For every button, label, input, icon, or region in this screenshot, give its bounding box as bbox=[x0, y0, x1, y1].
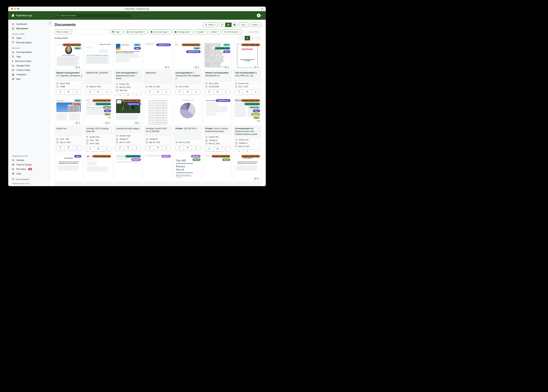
pagination-next[interactable]: » bbox=[256, 36, 261, 40]
document-card[interactable]: Contact Sheet Demo Just another tagNewOn… bbox=[114, 154, 142, 186]
tag-chip-partial-tag[interactable]: Partial Tag bbox=[249, 106, 260, 109]
edit-button[interactable] bbox=[175, 90, 184, 94]
document-thumbnail[interactable]: Another Sample TagTagWithPartial 1 bbox=[114, 98, 142, 126]
document-card[interactable]: Serial Number,Company Name,Employe978818… bbox=[203, 42, 231, 96]
document-thumbnail[interactable]: This is a test Another Sample TagTag 12 bbox=[204, 154, 231, 181]
pagination-prev[interactable]: « bbox=[239, 36, 245, 40]
sidebar-item-storage-paths[interactable]: Storage Paths bbox=[8, 63, 50, 68]
document-thumbnail[interactable]: CyberPower PowerPanel® Business Edition … bbox=[233, 42, 261, 70]
document-thumbnail[interactable]: Contact Sheet Demo Just another tagNewOn… bbox=[114, 154, 142, 181]
document-thumbnail[interactable]: Lorem ipsum Lorem ipsum dolor sit amet, … bbox=[55, 154, 82, 181]
card-title[interactable]: Private: French Country Bread Revised.do… bbox=[204, 126, 231, 134]
sidebar-item-document-types[interactable]: #Document Types bbox=[8, 59, 50, 63]
card-title[interactable]: 0004814539_20230531 bbox=[85, 70, 112, 84]
views-button[interactable]: Views▾ bbox=[250, 22, 261, 27]
list-view-button[interactable] bbox=[219, 23, 225, 27]
card-title[interactable] bbox=[114, 181, 142, 186]
tag-chip-tag-3[interactable]: Tag 3 bbox=[104, 113, 111, 116]
sidebar-item-templates[interactable]: Templates bbox=[8, 72, 50, 77]
comment-badge[interactable]: 1 bbox=[74, 121, 81, 125]
download-button[interactable] bbox=[252, 150, 260, 152]
edit-button[interactable] bbox=[116, 94, 124, 96]
tag-chip-another-sample-tag[interactable]: Another Sample Tag bbox=[92, 155, 111, 158]
tag-chip-another-sample-tag[interactable]: Another Sample Tag bbox=[211, 155, 230, 158]
edit-button[interactable] bbox=[175, 146, 184, 150]
filter-storage-path-button[interactable]: Storage path▾ bbox=[173, 29, 193, 34]
tag-chip-another-sample-tag[interactable]: Another Sample Tag bbox=[241, 43, 260, 46]
download-button[interactable] bbox=[102, 147, 111, 151]
document-thumbnail[interactable]: NAPOLEON BONAPARTE Another Sample TagInb… bbox=[55, 42, 82, 70]
card-correspondent[interactable]: Correspondent 9 bbox=[176, 71, 192, 74]
card-title[interactable]: InDesign 2022 Scripting Read Me bbox=[85, 126, 112, 134]
view-button[interactable] bbox=[184, 90, 192, 94]
document-thumbnail[interactable]: Patient BP Distribution 2011 bbox=[174, 98, 202, 126]
edit-button[interactable] bbox=[205, 147, 213, 151]
card-correspondent[interactable]: Correspondent 14 bbox=[235, 127, 253, 130]
sidebar-item-logs[interactable]: Logs bbox=[8, 171, 50, 176]
reset-filters-button[interactable]: × Reset filters bbox=[245, 29, 261, 34]
filter-method-button[interactable]: Title & content▾ bbox=[55, 29, 72, 34]
filter-correspondent-button[interactable]: Correspondent▾ bbox=[125, 29, 147, 34]
comment-badge[interactable]: 2 bbox=[74, 66, 81, 69]
document-card[interactable]: Lorem ipsum Lorem ipsum dolor sit amet, … bbox=[233, 154, 261, 186]
tag-chip-another-sample-tag[interactable]: Another Sample Tag bbox=[92, 99, 111, 102]
filter-added-button[interactable]: Added▾ bbox=[209, 29, 221, 34]
search-input[interactable] bbox=[56, 14, 131, 18]
edit-button[interactable] bbox=[235, 150, 243, 152]
tag-chip-tag-12[interactable]: Tag 12 bbox=[193, 158, 201, 161]
tag-chip-another-sample-tag[interactable]: Another Sample Tag bbox=[63, 43, 81, 46]
card-title[interactable]: Test Correspondent 1: UM_PPBE_en_v29 bbox=[233, 70, 261, 81]
document-card[interactable]: ❖ BANK OF SCOTLAND 2,0 % p. a. auf Ihr T… bbox=[84, 42, 112, 96]
document-card[interactable]: Lorem ipsum Lorem ipsum dolor sit amet, … bbox=[55, 154, 83, 186]
document-card[interactable]: This is a test for the double space char… bbox=[144, 98, 172, 152]
card-correspondent[interactable]: Newest Correspondent bbox=[205, 71, 228, 74]
filter-permissions-button[interactable]: Permissions▾ bbox=[222, 29, 242, 34]
view-button[interactable] bbox=[154, 146, 162, 150]
edit-button[interactable] bbox=[145, 146, 154, 150]
tag-chip-just-another-tag[interactable]: Just another tag bbox=[244, 103, 260, 105]
download-button[interactable] bbox=[192, 90, 200, 94]
document-thumbnail[interactable]: Test Name Another Sample Tag bbox=[85, 154, 112, 181]
sidebar-item-tags[interactable]: Tags bbox=[8, 54, 50, 59]
document-card[interactable]: NAPOLEON BONAPARTE Another Sample TagInb… bbox=[55, 42, 83, 96]
download-button[interactable] bbox=[252, 90, 260, 94]
view-button[interactable] bbox=[124, 94, 132, 96]
document-card[interactable]: This is a mult page document. Page 1. Ne… bbox=[144, 154, 172, 186]
tag-chip-tag-12[interactable]: Tag 12 bbox=[222, 158, 230, 161]
view-button[interactable] bbox=[243, 90, 251, 94]
document-card[interactable]: This is a test Another Sample TagTag 12 bbox=[203, 154, 231, 186]
card-correspondent[interactable]: Test Correspondent 1 bbox=[116, 71, 137, 74]
sidebar-item-inbox[interactable]: Inbox bbox=[8, 36, 50, 40]
document-card[interactable]: Patient BP Distribution 2011 Private: 20… bbox=[174, 98, 202, 152]
card-title[interactable] bbox=[144, 181, 172, 186]
comment-badge[interactable]: 1 bbox=[134, 121, 141, 125]
document-card[interactable]: DrylabN NETFLIX InboxTest Tag 1 drylab T… bbox=[55, 98, 83, 152]
view-button[interactable] bbox=[94, 147, 102, 151]
card-title[interactable]: Newest Correspondent: Sample100.csv bbox=[204, 70, 231, 81]
tag-chip-another-sample-tag[interactable]: Another Sample Tag bbox=[122, 99, 141, 102]
select-button[interactable]: Select▾ bbox=[203, 22, 218, 27]
download-button[interactable] bbox=[162, 90, 170, 94]
card-title[interactable]: Test Correspondent 1: [paperless] test p… bbox=[114, 70, 142, 81]
tag-chip-inbox[interactable]: Inbox bbox=[74, 47, 81, 49]
card-title[interactable]: Newest Correspondent: H7_Napoleon_Bonapa… bbox=[55, 70, 82, 81]
tag-chip-inbox[interactable]: Inbox bbox=[74, 99, 81, 102]
card-correspondent[interactable]: Test Correspondent 1 bbox=[235, 71, 257, 74]
view-button[interactable] bbox=[124, 146, 132, 150]
download-button[interactable] bbox=[222, 90, 230, 94]
document-card[interactable]: Country,Region/State," TagWithPartial 1 … bbox=[144, 42, 172, 96]
tag-chip-tag-2[interactable]: Tag 2 bbox=[223, 50, 230, 53]
filter-document-type-button[interactable]: Document type▾ bbox=[149, 29, 171, 34]
card-title[interactable]: Sonstige ScanPC2022 03-24_081058 bbox=[144, 126, 172, 136]
document-thumbnail[interactable]: Review of Arbitral Awards Certainty of A… bbox=[233, 98, 261, 126]
sidebar-item-dashboard[interactable]: Dashboard bbox=[8, 22, 50, 26]
document-thumbnail[interactable]: Adobe InDesign Scripting Documentation A… bbox=[85, 98, 112, 126]
edit-button[interactable] bbox=[145, 90, 154, 94]
user-menu[interactable]: ▾ bbox=[257, 14, 266, 17]
sidebar-item-recently-added[interactable]: Recently Added bbox=[8, 40, 50, 45]
tag-chip-tag-2[interactable]: Tag 2 bbox=[74, 155, 81, 158]
tag-chip-tag-3[interactable]: Tag 3 bbox=[253, 116, 260, 119]
comment-badge[interactable]: 6 bbox=[104, 121, 111, 125]
card-correspondent[interactable]: Private bbox=[176, 127, 183, 130]
view-button[interactable] bbox=[213, 147, 222, 151]
